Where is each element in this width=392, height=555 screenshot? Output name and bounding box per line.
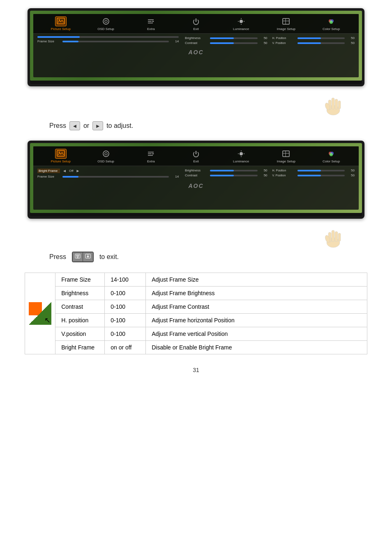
left-nav-button[interactable]: ◄ bbox=[69, 121, 80, 130]
color-icon-box bbox=[325, 16, 337, 26]
monitor-screen-1: Picture Setup OSD Setu bbox=[30, 11, 362, 81]
svg-rect-26 bbox=[57, 150, 65, 156]
menu-item-luminance[interactable]: Luminance bbox=[229, 16, 254, 31]
osd-content-1: Frame Size 14 bbox=[33, 34, 359, 47]
menu-item-image[interactable]: Image Setup bbox=[274, 16, 298, 31]
press-text-2: Press bbox=[49, 253, 66, 261]
h-pos-value-2: 50 bbox=[347, 169, 355, 172]
monitor-2: Picture Setup OSD Setu bbox=[28, 141, 364, 219]
monitor-section-1: Picture Setup OSD Setu bbox=[25, 8, 367, 86]
contrast-row-2: Contrast 50 V. Position bbox=[185, 173, 355, 177]
setting-desc-brightframe: Disable or Enable Bright Frame bbox=[146, 341, 367, 354]
brightness-label-2: Brightness bbox=[185, 169, 208, 172]
image2-icon-box bbox=[280, 149, 292, 159]
svg-point-19 bbox=[330, 21, 333, 24]
osd2-icon-box bbox=[100, 149, 112, 159]
aoc-logo-1: AOC bbox=[33, 47, 359, 57]
aoc-logo-2: AOC bbox=[33, 181, 359, 191]
or-text-1: or bbox=[83, 122, 89, 130]
hand-icon-2 bbox=[322, 222, 347, 249]
right-nav-button[interactable]: ► bbox=[92, 121, 103, 130]
setting-range-brightness: 0-100 bbox=[105, 287, 146, 300]
menu2-item-image[interactable]: Image Setup bbox=[274, 149, 298, 163]
monitor-wrapper-1: Picture Setup OSD Setu bbox=[28, 8, 364, 86]
to-exit-text: to exit. bbox=[99, 253, 119, 261]
table-row: H. position 0-100 Adjust Frame horizonta… bbox=[55, 314, 367, 327]
image-icon-box bbox=[280, 16, 292, 26]
svg-point-3 bbox=[105, 20, 107, 23]
svg-rect-21 bbox=[332, 98, 334, 109]
menu-item-picture[interactable]: Picture Setup bbox=[48, 16, 73, 31]
setting-name-brightframe: Bright Frame bbox=[55, 341, 105, 354]
brightness-value-2: 50 bbox=[260, 169, 267, 172]
top-slider-fill bbox=[37, 36, 80, 38]
menu2-item-luminance[interactable]: Luminance bbox=[229, 149, 254, 163]
setting-range-framesize: 14-100 bbox=[105, 273, 146, 287]
menu2-label-osd: OSD Setup bbox=[97, 160, 114, 163]
contrast-value-2: 50 bbox=[260, 173, 267, 177]
menu-label-exit: Exit bbox=[193, 27, 198, 31]
menu-item-exit[interactable]: Exit bbox=[184, 16, 208, 31]
osd-top-bar-1: Picture Setup OSD Setu bbox=[33, 14, 359, 34]
exit-btn-left-part bbox=[73, 252, 83, 261]
menu2-label-color: Color Setup bbox=[323, 160, 340, 163]
menu-item-extra[interactable]: Extra bbox=[138, 16, 163, 31]
frame-size-label: Frame Size bbox=[37, 39, 60, 43]
menu2-label-image: Image Setup bbox=[277, 160, 295, 163]
frame-size-fill-2 bbox=[62, 176, 78, 178]
menu2-label-picture: Picture Setup bbox=[51, 160, 71, 163]
osd2-frame-size-row: Frame Size 14 bbox=[37, 175, 179, 178]
contrast-slider-1 bbox=[210, 42, 257, 44]
v-pos-value-1: 50 bbox=[347, 41, 355, 45]
settings-table: Frame Size 14-100 Adjust Frame Size Brig… bbox=[55, 273, 367, 354]
menu-label-extra: Extra bbox=[147, 27, 155, 31]
osd-row-top bbox=[37, 36, 179, 38]
svg-point-45 bbox=[330, 153, 333, 156]
svg-point-9 bbox=[240, 20, 243, 23]
table-row: Frame Size 14-100 Adjust Frame Size bbox=[55, 273, 367, 287]
bf-arrow-right[interactable]: ► bbox=[76, 169, 80, 173]
frame-icon-graphic: ↖ bbox=[29, 302, 51, 325]
setting-range-contrast: 0-100 bbox=[105, 300, 146, 314]
menu2-item-osd[interactable]: OSD Setup bbox=[94, 149, 118, 163]
svg-point-28 bbox=[103, 151, 109, 157]
v-position-label-1: V. Position bbox=[272, 42, 295, 44]
luminance2-icon-box bbox=[235, 149, 247, 159]
monitor-screen-2: Picture Setup OSD Setu bbox=[30, 143, 362, 213]
exit-button-icon[interactable] bbox=[72, 252, 94, 262]
contrast-slider-2 bbox=[210, 175, 257, 176]
contrast-row-1: Contrast 50 V. Position bbox=[185, 41, 355, 45]
frame-size-slider-2 bbox=[62, 176, 169, 178]
bf-arrow-left[interactable]: ◄ bbox=[62, 169, 67, 173]
picture-icon-box bbox=[55, 16, 67, 26]
menu2-item-extra[interactable]: Extra bbox=[138, 149, 163, 163]
hand-icon-1 bbox=[322, 90, 347, 116]
svg-point-27 bbox=[58, 152, 60, 153]
menu2-item-exit[interactable]: Exit bbox=[184, 149, 208, 163]
exit-icon-box bbox=[190, 16, 202, 26]
menu2-label-extra: Extra bbox=[147, 160, 155, 163]
menu-item-osd[interactable]: OSD Setup bbox=[94, 16, 118, 31]
h-pos-fill-1 bbox=[297, 37, 321, 39]
monitor-1: Picture Setup OSD Setu bbox=[28, 8, 364, 86]
luminance-icon-box bbox=[235, 16, 247, 26]
osd-left-col-2: Bright Frame ◄ Off ► Frame Size bbox=[37, 169, 179, 178]
setting-range-hposition: 0-100 bbox=[105, 314, 146, 327]
v-pos-fill-1 bbox=[297, 42, 321, 44]
svg-rect-50 bbox=[338, 233, 341, 241]
exit-btn-right-part bbox=[83, 252, 93, 261]
table-icon-column: ↖ bbox=[25, 273, 55, 354]
menu-item-color[interactable]: Color Setup bbox=[319, 16, 344, 31]
menu2-item-color[interactable]: Color Setup bbox=[319, 149, 344, 163]
monitor-wrapper-2: Picture Setup OSD Setu bbox=[28, 141, 364, 219]
v-pos-slider-1 bbox=[297, 42, 345, 44]
svg-marker-7 bbox=[152, 21, 154, 22]
menu2-item-picture[interactable]: Picture Setup bbox=[48, 149, 73, 163]
h-pos-value-1: 50 bbox=[347, 36, 355, 40]
press-row-1: Press ◄ or ► to adjust. bbox=[49, 121, 367, 130]
setting-name-contrast: Contrast bbox=[55, 300, 105, 314]
brightness-fill-2 bbox=[210, 170, 234, 171]
svg-point-29 bbox=[105, 153, 107, 155]
frame-size-slider bbox=[62, 41, 169, 42]
page-container: Picture Setup OSD Setu bbox=[0, 0, 392, 382]
